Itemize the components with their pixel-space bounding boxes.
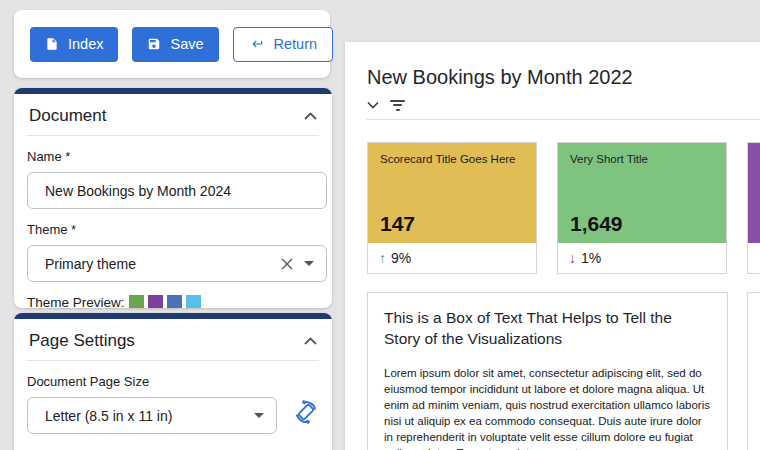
save-button-label: Save	[170, 36, 203, 52]
scorecard-header	[748, 143, 760, 243]
filter-icon[interactable]	[390, 100, 405, 111]
scorecard-header: Very Short Title 1,649	[558, 143, 726, 243]
text-box[interactable]	[747, 292, 760, 450]
scorecard[interactable]: Scorecard Title Goes Here 147 ↑ 9%	[367, 142, 537, 274]
panel-divider	[27, 135, 319, 136]
theme-swatch	[167, 295, 182, 308]
document-panel-title: Document	[29, 106, 106, 126]
scorecard-title: Scorecard Title Goes Here	[380, 152, 524, 167]
toolbar-card: Index Save Return	[14, 10, 330, 78]
document-panel: Document Name * New Bookings by Month 20…	[14, 88, 332, 308]
theme-preview-label: Theme Preview:	[27, 295, 125, 308]
scorecard-footer	[748, 243, 760, 273]
save-button[interactable]: Save	[132, 27, 218, 62]
return-arrow-icon	[249, 37, 265, 51]
return-button[interactable]: Return	[233, 27, 334, 62]
collapse-chevron-up-icon[interactable]	[304, 112, 317, 120]
collapse-chevron-up-icon[interactable]	[304, 337, 317, 345]
theme-swatch	[148, 295, 163, 308]
index-button[interactable]: Index	[30, 27, 118, 62]
scorecard-header: Scorecard Title Goes Here 147	[368, 143, 536, 243]
scorecard-footer: ↑ 9%	[368, 243, 536, 273]
scorecard-value: 1,649	[570, 212, 623, 236]
scorecard-value: 147	[380, 212, 415, 236]
trend-arrow-icon: ↑	[379, 250, 386, 266]
chevron-down-icon	[254, 413, 264, 418]
scorecards-row: Scorecard Title Goes Here 147 ↑ 9% Very …	[367, 142, 760, 274]
scorecard[interactable]	[747, 142, 760, 274]
panel-divider	[27, 360, 319, 361]
theme-swatch	[186, 295, 201, 308]
text-box-body: Lorem ipsum dolor sit amet, consectetur …	[384, 365, 711, 450]
rotate-page-icon[interactable]	[293, 399, 319, 425]
report-divider	[366, 119, 760, 120]
theme-swatch	[129, 295, 144, 308]
index-button-label: Index	[68, 36, 103, 52]
trend-arrow-icon: ↓	[569, 250, 576, 266]
scorecard-footer: ↓ 1%	[558, 243, 726, 273]
theme-select[interactable]: Primary theme	[27, 245, 327, 282]
name-input-value: New Bookings by Month 2024	[45, 183, 231, 199]
scorecard-title: Very Short Title	[570, 152, 714, 167]
document-icon	[45, 37, 59, 51]
page-size-label: Document Page Size	[27, 374, 319, 389]
clear-x-icon[interactable]	[280, 257, 294, 271]
name-field-label: Name *	[27, 149, 319, 164]
scorecard[interactable]: Very Short Title 1,649 ↓ 1%	[557, 142, 727, 274]
save-icon	[147, 37, 161, 51]
report-title: New Bookings by Month 2022	[367, 66, 760, 89]
page-settings-panel-title: Page Settings	[29, 331, 135, 351]
theme-select-value: Primary theme	[45, 256, 280, 272]
text-box-heading: This is a Box of Text That Helps to Tell…	[384, 308, 711, 350]
chevron-down-icon[interactable]	[304, 261, 314, 266]
expand-chevron-down-icon[interactable]	[367, 101, 379, 109]
name-input[interactable]: New Bookings by Month 2024	[27, 172, 327, 209]
text-box[interactable]: This is a Box of Text That Helps to Tell…	[367, 292, 728, 450]
text-boxes-row: This is a Box of Text That Helps to Tell…	[367, 292, 760, 450]
scorecard-delta: 1%	[581, 250, 601, 266]
report-page: New Bookings by Month 2022 Scorecard Tit…	[345, 42, 760, 450]
page-settings-panel: Page Settings Document Page Size Letter …	[14, 313, 332, 450]
page-size-select[interactable]: Letter (8.5 in x 11 in)	[27, 397, 277, 434]
return-button-label: Return	[274, 36, 318, 52]
theme-field-label: Theme *	[27, 222, 319, 237]
page-size-select-value: Letter (8.5 in x 11 in)	[45, 408, 244, 424]
scorecard-delta: 9%	[391, 250, 411, 266]
